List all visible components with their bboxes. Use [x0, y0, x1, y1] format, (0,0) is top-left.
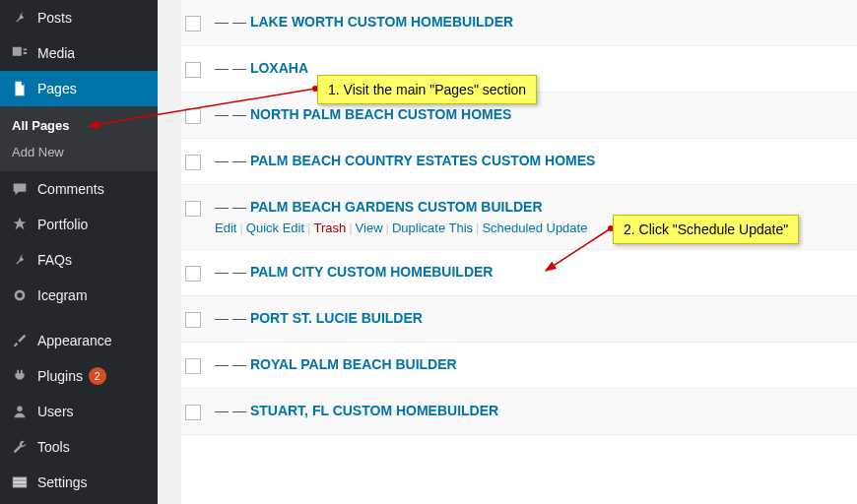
- page-row: — —STUART, FL CUSTOM HOMEBUILDER: [181, 389, 857, 435]
- sidebar-item-tools[interactable]: Tools: [0, 429, 158, 465]
- hierarchy-prefix: — —: [215, 264, 246, 280]
- page-row: — —LAKE WORTH CUSTOM HOMEBUILDER: [181, 0, 857, 46]
- sidebar-item-label: Posts: [37, 10, 72, 26]
- row-content: — —LOXAHA: [215, 60, 847, 76]
- page-title-link[interactable]: ROYAL PALM BEACH BUILDER: [250, 356, 457, 372]
- sidebar-item-label: Media: [37, 45, 75, 61]
- page-row: — —PALM BEACH COUNTRY ESTATES CUSTOM HOM…: [181, 139, 857, 185]
- sidebar-item-label: Settings: [37, 474, 88, 490]
- select-checkbox[interactable]: [185, 266, 201, 282]
- select-checkbox[interactable]: [185, 201, 201, 217]
- row-content: — —PALM BEACH COUNTRY ESTATES CUSTOM HOM…: [215, 153, 847, 168]
- sidebar-item-plugins[interactable]: Plugins 2: [0, 358, 158, 394]
- submenu-add-new[interactable]: Add New: [0, 139, 158, 165]
- admin-sidebar: Posts Media Pages All Pages Add New Comm…: [0, 0, 158, 504]
- page-icon: [10, 79, 30, 98]
- sidebar-item-users[interactable]: Users: [0, 394, 158, 429]
- sidebar-item-faqs[interactable]: FAQs: [0, 242, 158, 278]
- row-content: — —PORT ST. LUCIE BUILDER: [215, 310, 847, 326]
- hierarchy-prefix: — —: [215, 403, 246, 418]
- page-title-link[interactable]: PORT ST. LUCIE BUILDER: [250, 310, 423, 326]
- action-scheduled-update[interactable]: Scheduled Update: [482, 220, 587, 235]
- sidebar-item-icegram[interactable]: Icegram: [0, 278, 158, 313]
- select-checkbox[interactable]: [185, 155, 201, 170]
- user-icon: [10, 402, 30, 421]
- select-checkbox[interactable]: [185, 405, 201, 420]
- hierarchy-prefix: — —: [215, 199, 246, 215]
- page-title-link[interactable]: PALM BEACH COUNTRY ESTATES CUSTOM HOMES: [250, 153, 596, 168]
- sidebar-item-posts[interactable]: Posts: [0, 0, 158, 35]
- sidebar-item-label: Pages: [37, 81, 77, 96]
- hierarchy-prefix: — —: [215, 106, 246, 122]
- media-icon: [10, 43, 30, 63]
- action-trash[interactable]: Trash: [313, 220, 346, 235]
- row-content: — —NORTH PALM BEACH CUSTOM HOMES: [215, 106, 847, 122]
- hierarchy-prefix: — —: [215, 310, 246, 326]
- plugins-badge: 2: [89, 367, 106, 385]
- hierarchy-prefix: — —: [215, 356, 246, 372]
- sidebar-item-appearance[interactable]: Appearance: [0, 323, 158, 358]
- circle-icon: [10, 285, 30, 305]
- action-quick-edit[interactable]: Quick Edit: [246, 220, 304, 235]
- row-content: — —PALM CITY CUSTOM HOMEBUILDER: [215, 264, 847, 280]
- sidebar-item-label: Comments: [37, 181, 104, 197]
- svg-point-1: [17, 292, 22, 297]
- pin-icon: [10, 8, 30, 28]
- row-content: — —LAKE WORTH CUSTOM HOMEBUILDER: [215, 14, 847, 30]
- callout-schedule-update: 2. Click "Schedule Update": [613, 215, 799, 244]
- sidebar-item-label: Appearance: [37, 333, 112, 348]
- page-row: — —PORT ST. LUCIE BUILDER: [181, 296, 857, 343]
- sidebar-item-label: Tools: [37, 439, 70, 455]
- action-duplicate[interactable]: Duplicate This: [392, 220, 473, 235]
- select-checkbox[interactable]: [185, 312, 201, 328]
- sidebar-item-portfolio[interactable]: Portfolio: [0, 207, 158, 242]
- sidebar-item-comments[interactable]: Comments: [0, 171, 158, 207]
- page-title-link[interactable]: PALM BEACH GARDENS CUSTOM BUILDER: [250, 199, 543, 215]
- sidebar-item-label: Portfolio: [37, 217, 88, 232]
- sidebar-item-label: FAQs: [37, 252, 72, 268]
- sidebar-item-label: Users: [37, 404, 74, 419]
- page-row: — —PALM CITY CUSTOM HOMEBUILDER: [181, 250, 857, 296]
- submenu-all-pages[interactable]: All Pages: [0, 112, 158, 139]
- select-checkbox[interactable]: [185, 16, 201, 32]
- action-view[interactable]: View: [356, 220, 383, 235]
- select-checkbox[interactable]: [185, 108, 201, 124]
- svg-point-2: [17, 407, 22, 411]
- brush-icon: [10, 331, 30, 350]
- row-content: — —STUART, FL CUSTOM HOMEBUILDER: [215, 403, 847, 418]
- page-row: — —ROYAL PALM BEACH BUILDER: [181, 343, 857, 389]
- sidebar-submenu-pages: All Pages Add New: [0, 106, 158, 171]
- sidebar-item-label: Plugins: [37, 368, 83, 384]
- page-title-link[interactable]: NORTH PALM BEACH CUSTOM HOMES: [250, 106, 511, 122]
- pin-icon: [10, 250, 30, 270]
- page-title-link[interactable]: STUART, FL CUSTOM HOMEBUILDER: [250, 403, 498, 418]
- page-title-link[interactable]: LOXAHA: [250, 60, 308, 76]
- select-checkbox[interactable]: [185, 62, 201, 78]
- hierarchy-prefix: — —: [215, 60, 246, 76]
- hierarchy-prefix: — —: [215, 153, 246, 168]
- sidebar-item-media[interactable]: Media: [0, 35, 158, 71]
- wrench-icon: [10, 437, 30, 457]
- hierarchy-prefix: — —: [215, 14, 246, 30]
- comment-icon: [10, 179, 30, 199]
- callout-pages: 1. Visit the main "Pages" section: [317, 75, 537, 104]
- sidebar-item-settings[interactable]: Settings: [0, 465, 158, 500]
- sidebar-item-pages[interactable]: Pages: [0, 71, 158, 106]
- sliders-icon: [10, 472, 30, 492]
- page-title-link[interactable]: LAKE WORTH CUSTOM HOMEBUILDER: [250, 14, 513, 30]
- select-checkbox[interactable]: [185, 358, 201, 374]
- row-content: — —ROYAL PALM BEACH BUILDER: [215, 356, 847, 372]
- sidebar-item-label: Icegram: [37, 287, 88, 303]
- page-title-link[interactable]: PALM CITY CUSTOM HOMEBUILDER: [250, 264, 494, 280]
- plug-icon: [10, 366, 30, 386]
- action-edit[interactable]: Edit: [215, 220, 236, 235]
- star-icon: [10, 215, 30, 234]
